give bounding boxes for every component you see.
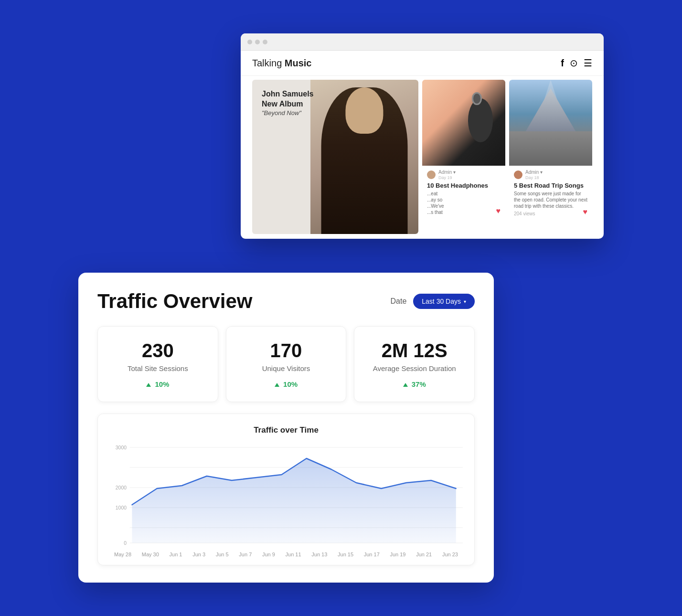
- svg-text:3000: 3000: [116, 445, 127, 450]
- browser-window: Talking Music f ⊙ ☰ John SamuelsNew Albu…: [241, 33, 604, 239]
- duration-change-value: 37%: [412, 380, 426, 388]
- svg-text:2000: 2000: [116, 485, 127, 490]
- duration-value: 2M 12S: [366, 340, 463, 361]
- roadtrip-card-stats: 204 views: [514, 211, 587, 216]
- x-label-12: Jun 21: [416, 552, 432, 557]
- logo-bold: Music: [285, 58, 312, 68]
- chart-container: Traffic over Time 3000 2000 1000 0: [97, 414, 475, 565]
- visitors-change-value: 10%: [283, 380, 298, 388]
- x-label-4: Jun 5: [216, 552, 229, 557]
- browser-titlebar: [241, 33, 604, 51]
- roadtrip-author: Admin ▾Day 18: [525, 170, 543, 180]
- site-header: Talking Music f ⊙ ☰: [241, 51, 604, 76]
- x-label-11: Jun 19: [390, 552, 405, 557]
- site-content: John SamuelsNew Album "Beyond Now": [241, 76, 604, 238]
- hero-card: John SamuelsNew Album "Beyond Now": [252, 80, 418, 234]
- browser-dots: [247, 40, 267, 44]
- date-button-label: Last 30 Days: [422, 297, 461, 305]
- browser-dot-1: [247, 40, 252, 44]
- sessions-change-value: 10%: [155, 380, 169, 388]
- headphones-card-desc: ...eat...ay so...We've...s that: [427, 191, 501, 215]
- svg-text:0: 0: [124, 540, 127, 546]
- stat-card-visitors: 170 Unique Visitors 10%: [226, 326, 347, 402]
- chart-svg: 3000 2000 1000 0: [109, 443, 463, 548]
- roadtrip-card-meta: Admin ▾Day 18: [514, 170, 587, 180]
- sessions-arrow-up-icon: [146, 383, 151, 387]
- menu-icon[interactable]: ☰: [584, 57, 592, 69]
- roadtrip-avatar: [514, 170, 522, 179]
- stat-card-duration: 2M 12S Average Session Duration 37%: [354, 326, 475, 402]
- x-label-13: Jun 23: [442, 552, 458, 557]
- browser-dot-3: [263, 40, 267, 44]
- logo-prefix: Talking: [252, 58, 285, 68]
- hero-title: John SamuelsNew Album: [262, 89, 313, 109]
- sessions-value: 230: [109, 340, 206, 361]
- headphones-avatar: [427, 170, 436, 179]
- duration-change: 37%: [366, 380, 463, 388]
- stats-grid: 230 Total Site Sessions 10% 170 Unique V…: [97, 326, 475, 402]
- chart-area: 3000 2000 1000 0: [109, 443, 463, 548]
- x-label-3: Jun 3: [192, 552, 205, 557]
- visitors-label: Unique Visitors: [238, 364, 335, 372]
- date-filter: Date Last 30 Days ▾: [390, 294, 475, 309]
- sessions-change: 10%: [109, 380, 206, 388]
- x-labels: May 28 May 30 Jun 1 Jun 3 Jun 5 Jun 7 Ju…: [109, 552, 463, 557]
- headphones-card-title: 10 Best Headphones: [427, 182, 501, 189]
- visitors-value: 170: [238, 340, 335, 361]
- x-label-5: Jun 7: [239, 552, 252, 557]
- x-label-10: Jun 17: [364, 552, 380, 557]
- browser-dot-2: [255, 40, 260, 44]
- browser-content: Talking Music f ⊙ ☰ John SamuelsNew Albu…: [241, 51, 604, 239]
- headphones-card-meta: Admin ▾Day 19: [427, 170, 501, 180]
- roadtrip-heart-icon[interactable]: ♥: [583, 208, 588, 216]
- duration-arrow-up-icon: [403, 383, 408, 387]
- roadtrip-card-desc: Some songs were just made for the open r…: [514, 191, 587, 209]
- svg-text:1000: 1000: [116, 505, 127, 510]
- dashboard-header: Traffic Overview Date Last 30 Days ▾: [97, 290, 475, 313]
- stat-card-sessions: 230 Total Site Sessions 10%: [97, 326, 218, 402]
- x-label-1: May 30: [142, 552, 159, 557]
- side-card-mountain-bg: [509, 80, 592, 166]
- headphones-heart-icon[interactable]: ♥: [496, 207, 501, 215]
- site-nav-icons: f ⊙ ☰: [561, 57, 592, 69]
- facebook-icon[interactable]: f: [561, 58, 564, 69]
- headphones-card-info: Admin ▾Day 19 10 Best Headphones ...eat.…: [422, 166, 505, 219]
- x-label-0: May 28: [114, 552, 131, 557]
- date-label: Date: [390, 297, 406, 306]
- x-label-2: Jun 1: [170, 552, 182, 557]
- side-card-pink-bg: [422, 80, 505, 166]
- x-label-6: Jun 9: [262, 552, 275, 557]
- visitors-change: 10%: [238, 380, 335, 388]
- instagram-icon[interactable]: ⊙: [570, 57, 578, 69]
- chevron-down-icon: ▾: [464, 299, 466, 304]
- side-card-headphones: Admin ▾Day 19 10 Best Headphones ...eat.…: [422, 80, 505, 234]
- headphones-author: Admin ▾Day 19: [438, 170, 456, 180]
- duration-label: Average Session Duration: [366, 364, 463, 372]
- hero-subtitle: "Beyond Now": [262, 109, 313, 117]
- scene: Talking Music f ⊙ ☰ John SamuelsNew Albu…: [78, 33, 604, 583]
- date-button[interactable]: Last 30 Days ▾: [413, 294, 475, 309]
- chart-title: Traffic over Time: [109, 425, 463, 435]
- analytics-dashboard: Traffic Overview Date Last 30 Days ▾ 230…: [78, 273, 494, 583]
- hero-text: John SamuelsNew Album "Beyond Now": [262, 89, 313, 117]
- x-label-9: Jun 15: [338, 552, 353, 557]
- site-logo: Talking Music: [252, 58, 312, 69]
- side-card-roadtrip: Admin ▾Day 18 5 Best Road Trip Songs Som…: [509, 80, 592, 234]
- dashboard-title: Traffic Overview: [97, 290, 253, 313]
- x-label-7: Jun 11: [286, 552, 301, 557]
- visitors-arrow-up-icon: [275, 383, 279, 387]
- x-label-8: Jun 13: [311, 552, 327, 557]
- sessions-label: Total Site Sessions: [109, 364, 206, 372]
- roadtrip-card-title: 5 Best Road Trip Songs: [514, 182, 587, 189]
